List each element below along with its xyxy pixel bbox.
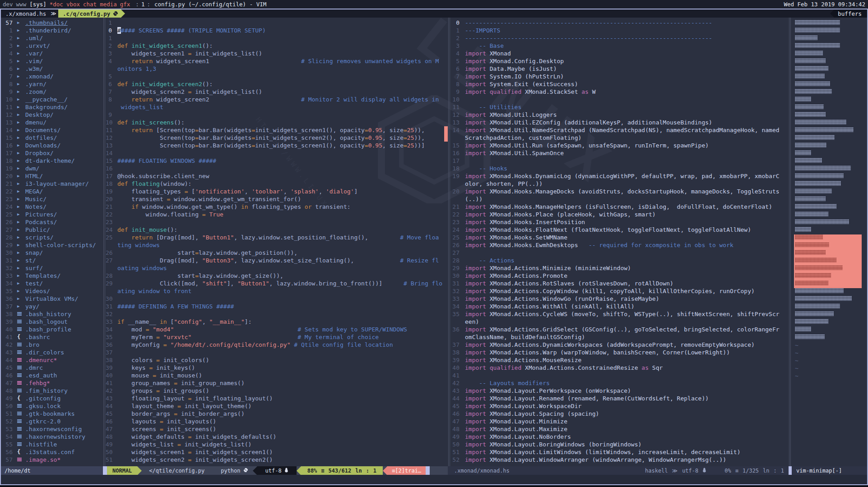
workspace-doc[interactable]: *doc (50, 1, 63, 8)
minimap-row[interactable] (795, 89, 832, 94)
code-line[interactable]: 31import XMonad.Actions.RotSlaves (rotSl… (450, 280, 789, 287)
code-line[interactable]: 42 -- Layouts modifiers (450, 379, 789, 387)
tab-xmonad-hs[interactable]: .x/xmonad.hs (1, 9, 51, 18)
code-line[interactable]: 41 (450, 372, 789, 379)
code-line[interactable]: 18 -- Hooks (450, 165, 789, 172)
minimap-row[interactable] (795, 135, 835, 140)
tree-item[interactable]: 4▶.var/ (1, 50, 103, 57)
tree-item[interactable]: 57.image.so* (1, 456, 103, 464)
code-line[interactable]: 51 widgets_screen2 = init_widgets_screen… (106, 456, 448, 464)
tree-item[interactable]: 16▶Downloads/ (1, 142, 103, 149)
minimap-pane[interactable]: ~~~~~ (791, 18, 867, 466)
code-line[interactable]: 27 (450, 249, 789, 257)
code-line[interactable]: 29 Click([mod, "shift"], "Button1", lazy… (106, 280, 448, 287)
minimap-row[interactable] (795, 81, 830, 86)
code-line[interactable]: 44import XMonad.Layout.Renamed (renamed,… (450, 395, 789, 402)
code-line[interactable]: 6import Data.Maybe (isJust) (450, 65, 789, 73)
code-line[interactable]: 21import XMonad.Hooks.ManageHelpers (isF… (450, 203, 789, 211)
minimap-row[interactable] (795, 280, 828, 285)
code-line[interactable]: 20 transient = window.window.get_wm_tran… (106, 195, 448, 203)
tree-item[interactable]: 20▶HTML/ (1, 172, 103, 180)
code-line[interactable]: ating window to front (106, 287, 448, 295)
tree-item[interactable]: 26▶Podcasts/ (1, 218, 103, 226)
code-line[interactable]: 8import System.Exit (exitSuccess) (450, 80, 789, 88)
code-line[interactable]: 40import qualified XMonad.Actions.Constr… (450, 364, 789, 372)
code-line[interactable]: 0##### SCREENS ##### (TRIPLE MONITOR SET… (106, 27, 448, 34)
minimap-row[interactable] (795, 265, 843, 270)
tree-item[interactable]: 52.gtkrc-2.0 (1, 418, 103, 425)
code-line[interactable]: 19 floating_types = ['notification', 'to… (106, 188, 448, 195)
tree-item[interactable]: 56{.i3status.conf (1, 448, 103, 456)
workspace-vbox[interactable]: vbox (66, 1, 80, 8)
code-line[interactable]: 23import XMonad.Hooks.InsertPosition (450, 218, 789, 226)
minimap-row[interactable] (795, 35, 817, 40)
minimap-row[interactable] (795, 227, 811, 232)
tree-item[interactable]: 1▶.thunderbird/ (1, 27, 103, 34)
code-line[interactable]: 46import XMonad.Layout.Spacing (spacing) (450, 410, 789, 418)
code-line[interactable]: 16 (106, 165, 448, 172)
vim-command-line[interactable] (1, 475, 867, 484)
tree-item[interactable]: 37▶yay/ (1, 303, 103, 310)
tree-item[interactable]: 13▶dmenu/ (1, 119, 103, 126)
code-line[interactable]: 14 (106, 149, 448, 157)
minimap-row[interactable] (795, 234, 823, 239)
code-line[interactable]: 37import XMonad.Actions.DynamicWorkspace… (450, 341, 789, 349)
code-line[interactable]: 31##### DEFINING A FEW THINGS ##### (106, 303, 448, 310)
tree-item[interactable]: 29▶shell-color-scripts/ (1, 241, 103, 249)
code-line[interactable]: 21 if window.window.get_wm_type() in flo… (106, 203, 448, 211)
code-line[interactable]: 7import System.IO (hPutStrLn) (450, 73, 789, 80)
tree-item[interactable]: 57▶.thumbnails/ (1, 19, 103, 27)
code-line[interactable]: 1 (106, 19, 448, 27)
tree-item[interactable]: 36▶VirtualBox VMs/ (1, 295, 103, 303)
tab-config-py[interactable]: .c/q/config.py (58, 9, 121, 18)
code-line[interactable]: 35import XMonad.Actions.CycleWS (moveTo,… (450, 310, 789, 318)
code-line[interactable]: 27 Drag([mod], "Button3", lazy.window.se… (106, 257, 448, 264)
workspace-gfx[interactable]: gfx (120, 1, 130, 8)
code-line[interactable]: 6def init_widgets_screen2(): (106, 80, 448, 88)
tree-item[interactable]: 2▶.uml/ (1, 34, 103, 42)
code-line[interactable]: 32import XMonad.Actions.CopyWindow (kill… (450, 287, 789, 295)
code-line[interactable]: 42 groups = init_groups() (106, 387, 448, 395)
code-line[interactable]: 11 -- Utilities (450, 103, 789, 111)
code-line[interactable]: 13import XMonad.Util.EZConfig (additiona… (450, 119, 789, 126)
tree-item[interactable]: 25▶Pictures/ (1, 211, 103, 218)
code-line[interactable]: 25 return [Drag([mod], "Button1", lazy.w… (106, 234, 448, 241)
tree-item[interactable]: 42.bro (1, 341, 103, 349)
code-line[interactable]: 44 layout_theme = init_layout_theme() (106, 402, 448, 410)
tree-item[interactable]: 5▶.vim/ (1, 57, 103, 65)
code-line[interactable]: 26 start=lazy.window.get_position()), (106, 249, 448, 257)
tree-item[interactable]: 12▶Desktop/ (1, 111, 103, 119)
code-line[interactable]: 10def init_screens(): (106, 119, 448, 126)
tree-item[interactable]: 34▶test/ (1, 280, 103, 287)
code-line[interactable]: 18def floating(window): (106, 180, 448, 188)
minimap-row[interactable] (795, 119, 846, 124)
code-line[interactable]: 37 (106, 349, 448, 356)
code-line[interactable]: 38import XMonad.Actions.Warp (warpToWind… (450, 349, 789, 356)
code-line[interactable]: 5import XMonad.Config.Desktop (450, 57, 789, 65)
code-line[interactable]: 28 start=lazy.window.get_size()), (106, 272, 448, 280)
minimap-row[interactable] (795, 28, 840, 32)
code-line[interactable]: omClassName, buildDefaultGSConfig) (450, 333, 789, 341)
code-line[interactable]: 10 (450, 96, 789, 103)
workspace-chat[interactable]: chat (83, 1, 97, 8)
tree-item[interactable]: 50.gksu.lock (1, 402, 103, 410)
minimap-row[interactable] (795, 219, 849, 224)
minimap-row[interactable] (795, 273, 831, 278)
code-line[interactable]: 46 layouts = init_layouts() (106, 418, 448, 425)
code-line[interactable]: 14import XMonad.Util.NamedScratchpad (Na… (450, 126, 789, 134)
code-line[interactable]: 17 (450, 157, 789, 165)
tree-item[interactable]: 33▶Templates/ (1, 272, 103, 280)
code-line[interactable]: olor, shorten, PP(..)) (450, 180, 789, 188)
code-line[interactable]: 24def init_mouse(): (106, 226, 448, 234)
minimap-row[interactable] (795, 150, 811, 155)
code-line[interactable]: 50 widgets_screen1 = init_widgets_screen… (106, 448, 448, 456)
code-line[interactable]: 9 (106, 111, 448, 119)
code-line[interactable]: 13 Screen(top=bar.Bar(widgets=init_widge… (106, 142, 448, 149)
tree-item[interactable]: 24▶Notes/ (1, 203, 103, 211)
minimap-row[interactable] (795, 319, 828, 324)
code-line[interactable]: 20import XMonad.Hooks.ManageDocks (avoid… (450, 188, 789, 195)
workspace-dev[interactable]: dev (3, 1, 13, 8)
tree-item[interactable]: 38.bash_history (1, 310, 103, 318)
tree-item[interactable]: 31▶st/ (1, 257, 103, 264)
minimap-row[interactable] (795, 74, 825, 78)
